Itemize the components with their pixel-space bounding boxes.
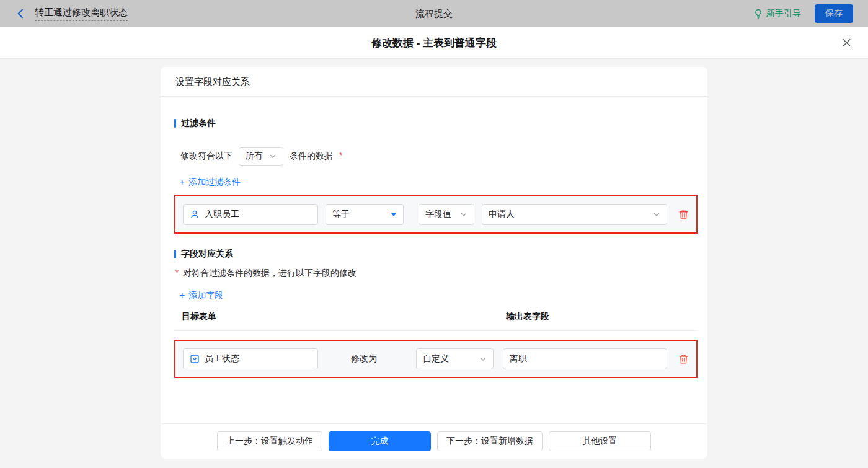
filter-section-label: 过滤条件 bbox=[181, 118, 216, 129]
condition-value-type-value: 字段值 bbox=[425, 209, 451, 220]
mapping-section-title: 字段对应关系 bbox=[174, 249, 698, 260]
done-button[interactable]: 完成 bbox=[329, 431, 431, 451]
output-value-input[interactable]: 离职 bbox=[503, 348, 667, 369]
output-value-text: 离职 bbox=[510, 353, 527, 364]
topbar-left: 转正通过修改离职状态 bbox=[15, 7, 128, 21]
user-icon bbox=[190, 210, 200, 219]
mapping-column-headers: 目标表单 输出表字段 bbox=[174, 311, 698, 331]
modify-to-label: 修改为 bbox=[351, 353, 377, 364]
plus-icon: + bbox=[179, 291, 185, 301]
required-asterisk: * bbox=[175, 268, 179, 277]
workflow-topbar: 转正通过修改离职状态 流程提交 新手引导 保存 bbox=[0, 0, 868, 27]
workflow-title[interactable]: 转正通过修改离职状态 bbox=[35, 7, 128, 21]
mapping-section-label: 字段对应关系 bbox=[181, 249, 233, 260]
next-step-button[interactable]: 下一步：设置新增数据 bbox=[437, 431, 542, 451]
modal-body: 设置字段对应关系 过滤条件 修改符合以下 所有 条件的数据 bbox=[0, 59, 868, 468]
chevron-down-icon bbox=[479, 355, 487, 363]
match-scope-row: 修改符合以下 所有 条件的数据 * bbox=[174, 147, 698, 166]
match-scope-value: 所有 bbox=[246, 151, 263, 162]
filter-condition-row: 入职员工 等于 字段值 申请人 bbox=[174, 195, 698, 234]
delete-condition-button[interactable] bbox=[678, 209, 689, 220]
add-filter-condition-link[interactable]: + 添加过滤条件 bbox=[179, 177, 241, 188]
caret-down-icon bbox=[391, 213, 397, 216]
chevron-left-icon bbox=[15, 8, 26, 19]
other-settings-button[interactable]: 其他设置 bbox=[549, 431, 651, 451]
condition-field-input[interactable]: 入职员工 bbox=[183, 204, 318, 225]
app-screen: 转正通过修改离职状态 流程提交 新手引导 保存 修改数据 - 主表到普通字段 设… bbox=[0, 0, 868, 27]
condition-operator-select[interactable]: 等于 bbox=[326, 204, 404, 225]
beginner-guide-link[interactable]: 新手引导 bbox=[753, 8, 801, 19]
condition-value-type-select[interactable]: 字段值 bbox=[418, 204, 474, 225]
value-mode-value: 自定义 bbox=[423, 353, 449, 364]
filter-section-title: 过滤条件 bbox=[174, 118, 698, 129]
section-accent-bar bbox=[174, 119, 176, 128]
target-field-value: 员工状态 bbox=[205, 353, 239, 364]
trash-icon bbox=[678, 353, 689, 364]
condition-field-value: 入职员工 bbox=[205, 209, 239, 220]
mapping-description: 对符合过滤条件的数据，进行以下字段的修改 bbox=[183, 268, 356, 279]
value-mode-select[interactable]: 自定义 bbox=[416, 348, 494, 369]
chevron-down-icon bbox=[460, 211, 467, 218]
close-icon bbox=[841, 38, 852, 48]
panel-content: 过滤条件 修改符合以下 所有 条件的数据 * + 添加过滤条件 bbox=[161, 97, 707, 423]
required-asterisk: * bbox=[339, 151, 342, 160]
modal-header: 修改数据 - 主表到普通字段 bbox=[0, 27, 868, 59]
back-button[interactable] bbox=[15, 8, 26, 19]
delete-mapping-button[interactable] bbox=[678, 353, 689, 364]
lightbulb-icon bbox=[753, 9, 763, 19]
panel-footer: 上一步：设置触发动作 完成 下一步：设置新增数据 其他设置 bbox=[161, 423, 707, 459]
select-field-icon bbox=[190, 354, 200, 364]
guide-label: 新手引导 bbox=[766, 8, 801, 19]
condition-value-value: 申请人 bbox=[489, 209, 515, 220]
column-header-target-form: 目标表单 bbox=[182, 311, 216, 322]
save-button[interactable]: 保存 bbox=[815, 4, 853, 23]
chevron-down-icon bbox=[653, 211, 660, 218]
plus-icon: + bbox=[179, 177, 185, 187]
close-button[interactable] bbox=[841, 38, 852, 48]
condition-operator-value: 等于 bbox=[332, 209, 350, 220]
trash-icon bbox=[678, 209, 689, 220]
add-field-label: 添加字段 bbox=[188, 290, 223, 301]
panel-title: 设置字段对应关系 bbox=[161, 67, 707, 97]
section-accent-bar bbox=[174, 250, 176, 258]
mapping-description-row: * 对符合过滤条件的数据，进行以下字段的修改 bbox=[174, 268, 698, 279]
modal-title: 修改数据 - 主表到普通字段 bbox=[371, 36, 497, 50]
chevron-down-icon bbox=[269, 152, 277, 160]
field-mapping-row: 员工状态 修改为 自定义 离职 bbox=[174, 340, 698, 378]
match-scope-select[interactable]: 所有 bbox=[239, 147, 283, 166]
target-field-input[interactable]: 员工状态 bbox=[183, 348, 318, 369]
match-prefix-label: 修改符合以下 bbox=[180, 151, 232, 162]
prev-step-button[interactable]: 上一步：设置触发动作 bbox=[217, 431, 322, 451]
condition-value-select[interactable]: 申请人 bbox=[482, 204, 667, 225]
add-filter-condition-label: 添加过滤条件 bbox=[188, 177, 241, 188]
field-mapping-panel: 设置字段对应关系 过滤条件 修改符合以下 所有 条件的数据 bbox=[161, 67, 707, 459]
match-suffix-label: 条件的数据 bbox=[290, 151, 333, 162]
edit-data-modal: 修改数据 - 主表到普通字段 设置字段对应关系 过滤条件 修改符合以下 bbox=[0, 27, 868, 468]
add-field-link[interactable]: + 添加字段 bbox=[179, 290, 223, 301]
column-header-output-field: 输出表字段 bbox=[506, 311, 549, 322]
topbar-center-label: 流程提交 bbox=[0, 8, 868, 20]
topbar-right: 新手引导 保存 bbox=[753, 4, 853, 23]
